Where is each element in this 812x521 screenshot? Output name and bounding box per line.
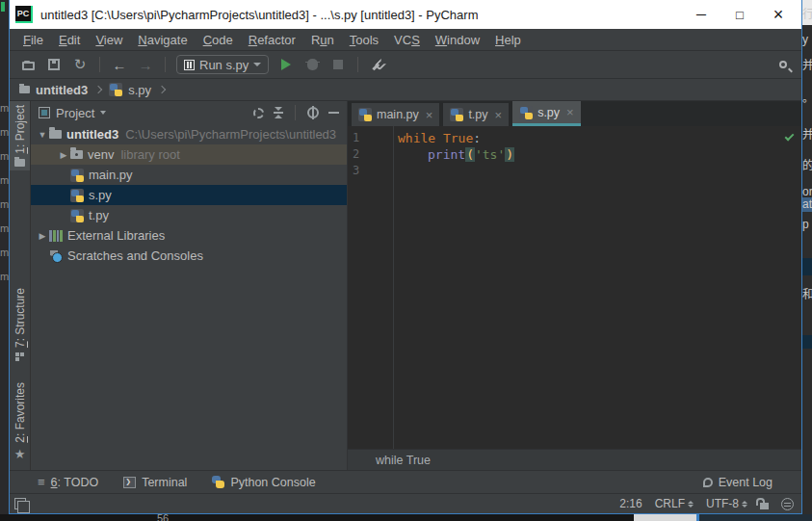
run-config-icon: [184, 60, 195, 70]
background-green-mark: [1, 2, 5, 12]
run-config-label: Run s.py: [199, 58, 249, 72]
run-configuration-select[interactable]: Run s.py: [176, 55, 269, 74]
python-file-icon: [70, 169, 84, 182]
breadcrumb-file[interactable]: s.py: [128, 83, 151, 97]
bottom-tool-bar: ≡ 6: TODO Terminal Python Console Event …: [10, 470, 801, 493]
gear-icon[interactable]: [307, 107, 319, 118]
code-text[interactable]: while True: print('ts'): [394, 126, 801, 449]
left-tool-window-stripe: 1: Project 7: Structure 2: Favorites ★: [10, 101, 31, 470]
code-line-1: while True:: [398, 130, 801, 146]
menu-edit[interactable]: Edit: [51, 33, 88, 47]
inspection-profile-icon[interactable]: [781, 498, 794, 510]
background-block: [634, 514, 696, 521]
search-everywhere-icon[interactable]: [774, 56, 792, 73]
sidebar-item-favorites[interactable]: 2: Favorites ★: [10, 378, 30, 464]
save-all-icon[interactable]: [45, 56, 63, 73]
menu-code[interactable]: Code: [196, 33, 241, 47]
maximize-button[interactable]: □: [720, 0, 759, 29]
terminal-tool-button[interactable]: Terminal: [123, 476, 187, 489]
run-button[interactable]: [277, 56, 295, 73]
encoding-select[interactable]: UTF-8: [706, 497, 747, 510]
line-ending-select[interactable]: CRLF: [655, 497, 694, 510]
breadcrumb-project[interactable]: untitled3: [36, 83, 88, 97]
caret-position[interactable]: 2:16: [619, 497, 642, 510]
menu-help[interactable]: Help: [487, 33, 529, 47]
python-file-icon: [358, 108, 372, 121]
settings-wrench-icon[interactable]: [369, 56, 386, 73]
python-icon: [212, 476, 224, 488]
toolbar-separator: [295, 105, 296, 120]
back-icon[interactable]: ←: [111, 56, 128, 73]
tree-row-s-py[interactable]: s.py: [31, 185, 347, 205]
menu-view[interactable]: View: [88, 33, 130, 47]
minimize-button[interactable]: ─: [682, 0, 720, 29]
menu-tools[interactable]: Tools: [342, 33, 386, 47]
open-file-icon[interactable]: [19, 56, 37, 73]
line-number: 3: [348, 163, 393, 179]
tab-t-py[interactable]: t.py ×: [443, 103, 509, 126]
tree-row-main-py[interactable]: main.py: [31, 165, 347, 185]
breadcrumb-context[interactable]: while True: [376, 454, 431, 467]
close-tab-icon[interactable]: ×: [426, 108, 433, 122]
title-bar: PC untitled3 [C:\Users\pi\PycharmProject…: [10, 0, 801, 29]
background-glyph: y: [802, 33, 812, 46]
tab-main-py[interactable]: main.py ×: [352, 103, 439, 126]
expand-arrow-icon[interactable]: ▼: [36, 130, 49, 140]
sidebar-item-structure[interactable]: 7: Structure: [10, 284, 30, 365]
excluded-folder-icon: [70, 150, 83, 159]
event-log-button[interactable]: Event Log: [703, 476, 773, 489]
expand-arrow-icon[interactable]: ▶: [36, 231, 49, 241]
tree-row-external-libraries[interactable]: ▶ External Libraries: [31, 225, 347, 246]
editor-gutter[interactable]: 1 2 3: [348, 126, 394, 449]
locate-file-icon[interactable]: [253, 108, 264, 118]
background-glyph: or: [802, 185, 812, 198]
python-file-icon: [70, 189, 84, 202]
menu-run[interactable]: Run: [303, 33, 342, 47]
python-console-tool-button[interactable]: Python Console: [212, 476, 315, 489]
collapse-all-icon[interactable]: [274, 107, 283, 118]
pycharm-logo-icon: PC: [15, 6, 33, 23]
menu-refactor[interactable]: Refactor: [241, 33, 303, 47]
close-button[interactable]: ×: [759, 0, 798, 29]
project-panel-title[interactable]: Project: [56, 106, 94, 120]
tab-s-py[interactable]: s.py ×: [512, 101, 581, 126]
background-window-left-sliver: m m m m m m m m: [0, 0, 9, 521]
background-window-bottom-sliver: 56: [0, 514, 812, 521]
hide-panel-icon[interactable]: [328, 112, 339, 114]
close-tab-icon[interactable]: ×: [566, 105, 574, 119]
tree-row-untitled3[interactable]: ▼ untitled3 C:\Users\pi\PycharmProjects\…: [31, 124, 347, 144]
todo-tool-button[interactable]: ≡ 6: TODO: [38, 475, 98, 489]
unlock-icon[interactable]: [760, 503, 769, 509]
menu-vcs[interactable]: VCS: [386, 33, 428, 47]
todo-list-icon: ≡: [38, 475, 45, 489]
menu-navigate[interactable]: Navigate: [130, 33, 195, 47]
background-block: [802, 335, 812, 349]
sidebar-item-project[interactable]: 1: Project: [10, 101, 30, 170]
chevron-down-icon: [253, 63, 261, 66]
tree-row-venv[interactable]: ▶ venv library root: [31, 144, 347, 165]
project-tool-icon: [14, 159, 25, 167]
chevron-down-icon[interactable]: [100, 111, 106, 115]
background-text: m: [0, 272, 9, 282]
code-line-3: [398, 163, 801, 179]
synchronize-icon[interactable]: ↻: [71, 56, 89, 73]
menu-file[interactable]: File: [15, 33, 51, 47]
background-glyph: 行: [802, 0, 812, 25]
tree-row-scratches[interactable]: Scratches and Consoles: [31, 246, 347, 266]
code-editor[interactable]: 1 2 3 while True: print('ts'): [348, 126, 801, 449]
python-file-icon: [450, 108, 463, 121]
tree-row-t-py[interactable]: t.py: [31, 205, 347, 225]
tool-window-icon: [39, 107, 50, 118]
project-tree: ▼ untitled3 C:\Users\pi\PycharmProjects\…: [31, 124, 347, 470]
expand-arrow-icon[interactable]: ▶: [57, 150, 70, 160]
editor-tabs: main.py × t.py × s.py ×: [348, 101, 801, 126]
status-bar: 2:16 CRLF UTF-8: [10, 493, 801, 513]
toolbar-separator: [165, 57, 166, 72]
tool-window-toggle-icon[interactable]: [14, 498, 26, 509]
background-glyph: 并: [802, 56, 812, 72]
background-text: m: [0, 247, 9, 258]
scratches-icon: [49, 249, 63, 263]
menu-window[interactable]: Window: [428, 33, 487, 47]
close-tab-icon[interactable]: ×: [495, 108, 503, 122]
toolbar-separator: [357, 57, 358, 72]
